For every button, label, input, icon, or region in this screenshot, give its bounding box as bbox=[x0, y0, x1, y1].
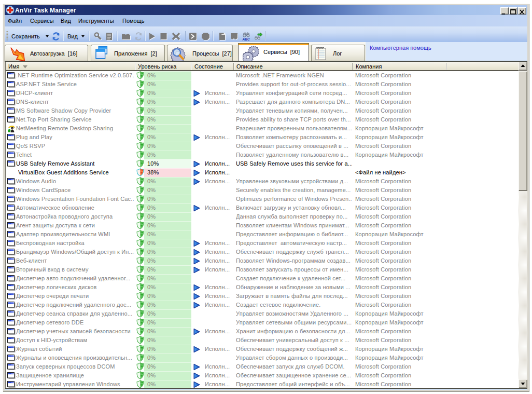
svg-text:ABC: ABC bbox=[242, 37, 250, 41]
